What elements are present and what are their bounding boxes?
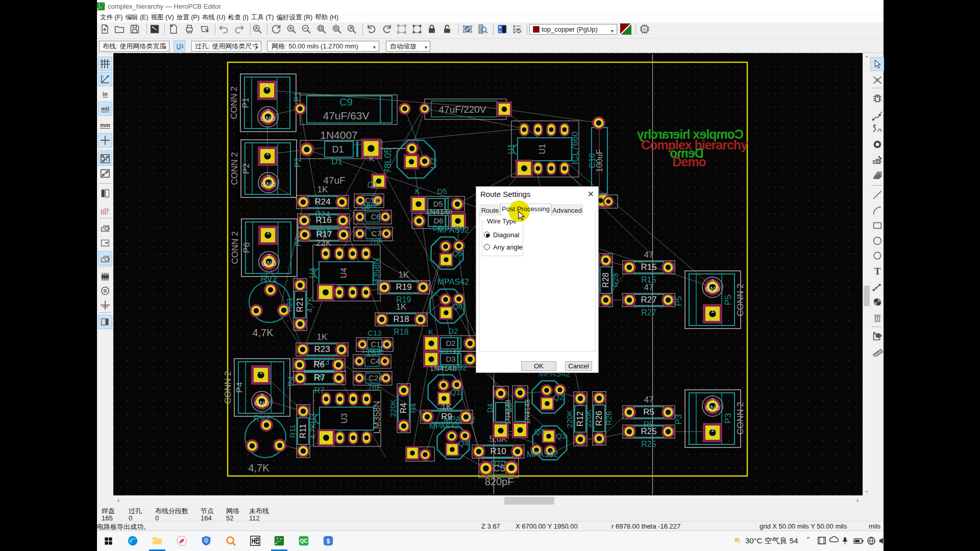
svg-text:4,7K: 4,7K	[252, 327, 274, 338]
svg-text:2: 2	[266, 108, 270, 115]
svg-text:4,7K: 4,7K	[248, 462, 270, 473]
svg-text:R26: R26	[595, 411, 603, 425]
svg-text:220K: 220K	[584, 409, 593, 427]
svg-text:P6: P6	[242, 242, 252, 253]
svg-text:15nF: 15nF	[366, 348, 384, 357]
svg-text:U1: U1	[538, 144, 547, 155]
svg-text:MPAS92: MPAS92	[437, 226, 469, 234]
svg-text:MPAS42: MPAS42	[429, 421, 459, 430]
svg-text:R23: R23	[314, 344, 330, 354]
svg-text:R16: R16	[315, 215, 331, 225]
svg-text:P1: P1	[241, 97, 251, 108]
svg-text:820pF: 820pF	[485, 476, 514, 487]
svg-text:R25: R25	[641, 427, 656, 436]
svg-text:7nF: 7nF	[370, 237, 383, 245]
svg-text:R24: R24	[314, 197, 330, 207]
svg-text:C1: C1	[368, 181, 378, 189]
svg-text:R18: R18	[394, 328, 408, 336]
svg-text:R4: R4	[399, 403, 408, 414]
svg-text:U3: U3	[309, 413, 317, 424]
svg-text:Q3: Q3	[556, 432, 566, 440]
svg-text:R6: R6	[313, 360, 325, 369]
svg-text:R7: R7	[314, 373, 325, 383]
svg-text:47: 47	[644, 283, 654, 292]
svg-text:R18: R18	[393, 314, 409, 324]
svg-text:T: T	[874, 266, 880, 277]
svg-text:R12: R12	[576, 411, 584, 426]
svg-text:U4: U4	[308, 268, 317, 279]
svg-text:D2: D2	[446, 339, 455, 347]
svg-text:P2: P2	[293, 158, 302, 168]
svg-text:QC: QC	[300, 538, 307, 544]
svg-text:R11: R11	[299, 424, 307, 438]
svg-text:C12: C12	[368, 329, 382, 337]
svg-text:GND: GND	[262, 260, 277, 267]
svg-text:Q5: Q5	[452, 249, 462, 258]
svg-text:CONN 2: CONN 2	[736, 284, 745, 316]
svg-text:AI: AI	[643, 28, 646, 31]
svg-text:CONN 2: CONN 2	[230, 231, 240, 264]
svg-text:R27: R27	[641, 295, 656, 305]
svg-text:1: 1	[265, 149, 269, 157]
svg-text:1N4148: 1N4148	[523, 399, 531, 424]
svg-text:GND: GND	[705, 404, 720, 412]
svg-text:P5: P5	[674, 296, 683, 306]
svg-text:MPAS92: MPAS92	[435, 363, 467, 372]
svg-text:R11: R11	[288, 424, 297, 438]
svg-text:220K: 220K	[388, 399, 397, 417]
svg-text:1K: 1K	[317, 332, 328, 342]
svg-text:78L05: 78L05	[383, 148, 393, 173]
svg-text:CONN 2: CONN 2	[230, 152, 239, 185]
svg-text:220K: 220K	[565, 410, 574, 428]
svg-text:R19: R19	[396, 282, 411, 292]
svg-text:1: 1	[265, 83, 268, 91]
svg-text:1K: 1K	[396, 302, 407, 312]
svg-text:C24: C24	[369, 373, 383, 382]
svg-text:P2: P2	[241, 163, 251, 174]
svg-text:15nF: 15nF	[363, 201, 379, 209]
svg-text:R7: R7	[314, 386, 325, 395]
svg-text:47uF/63V: 47uF/63V	[323, 110, 369, 121]
svg-text:r: r	[103, 75, 104, 79]
svg-text:R5: R5	[643, 407, 654, 417]
svg-text:U4: U4	[339, 268, 348, 279]
svg-text:R28: R28	[601, 272, 610, 287]
svg-text:LM358N: LM358N	[372, 401, 382, 434]
svg-text:M358N: M358N	[372, 258, 381, 286]
svg-text:22K: 22K	[316, 238, 332, 248]
svg-text:P5: P5	[723, 295, 733, 306]
svg-text:Demo: Demo	[672, 155, 706, 169]
svg-text:D3: D3	[446, 355, 455, 363]
svg-text:7nF: 7nF	[368, 383, 382, 392]
svg-text:D2: D2	[448, 327, 458, 335]
svg-text:1K: 1K	[399, 270, 409, 280]
svg-text:Q1: Q1	[450, 388, 460, 396]
svg-text:D5: D5	[437, 187, 447, 195]
svg-text:R10: R10	[490, 446, 506, 456]
svg-text:D4: D4	[486, 404, 494, 413]
svg-text:2: 2	[710, 278, 714, 286]
svg-text:1N4007: 1N4007	[320, 129, 358, 141]
svg-text:P4: P4	[235, 382, 244, 393]
svg-text:2: 2	[267, 253, 271, 260]
svg-text:Q8: Q8	[452, 302, 462, 311]
svg-text:R9: R9	[441, 412, 452, 421]
svg-text:GND: GND	[255, 399, 270, 407]
svg-text:R25: R25	[641, 440, 656, 448]
svg-text:CONN 2: CONN 2	[223, 371, 233, 404]
svg-text:R15: R15	[641, 262, 656, 272]
svg-text:R21: R21	[285, 297, 293, 312]
svg-text:4,7K: 4,7K	[308, 423, 317, 439]
svg-text:47uF/220V: 47uF/220V	[439, 104, 486, 115]
svg-text:R26: R26	[604, 411, 613, 425]
svg-text:C5: C5	[493, 463, 505, 473]
svg-text:C4: C4	[370, 357, 380, 365]
svg-text:47uF: 47uF	[323, 175, 345, 186]
svg-text:2: 2	[266, 173, 270, 181]
svg-text:1: 1	[259, 368, 262, 375]
svg-text:1K: 1K	[317, 185, 328, 194]
svg-text:R28: R28	[611, 273, 620, 287]
svg-text:4,7K: 4,7K	[305, 297, 314, 313]
svg-text:K: K	[415, 187, 420, 195]
svg-text:U1: U1	[507, 144, 516, 155]
